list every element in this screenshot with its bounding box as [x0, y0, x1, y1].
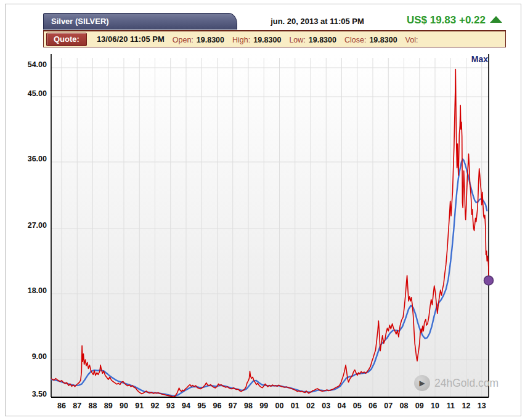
y-tick-54.00: 54.00 — [18, 60, 47, 70]
x-tick-13: 13 — [473, 401, 491, 411]
y-tick-18.00: 18.00 — [18, 286, 47, 296]
quote-high-label: High: — [232, 36, 250, 44]
play-icon: ▶ — [414, 375, 430, 391]
quote-low-label: Low: — [289, 36, 305, 44]
y-tick-36.00: 36.00 — [18, 154, 47, 164]
quote-open-value: 19.8300 — [197, 36, 224, 44]
last-price-marker — [484, 276, 494, 285]
y-tick-45.00: 45.00 — [18, 89, 47, 99]
up-triangle-icon — [490, 16, 502, 23]
y-tick-9.00: 9.00 — [18, 352, 47, 361]
quote-low-value: 19.8300 — [309, 36, 336, 44]
header-datetime: jun. 20, 2013 at 11:05 PM — [246, 14, 388, 29]
y-tick-27.00: 27.00 — [18, 220, 47, 230]
instrument-tab[interactable]: Silver (SILVER) — [43, 13, 237, 30]
quote-timestamp: 13/06/20 11:05 PM — [97, 34, 165, 44]
quote-button[interactable]: Quote: — [46, 33, 87, 46]
current-price: US$ 19.83 +0.22 — [376, 12, 502, 29]
y-tick-3.50: 3.50 — [18, 389, 47, 399]
quote-bar: Quote: 13/06/20 11:05 PM Open:19.8300Hig… — [43, 30, 506, 47]
current-price-text: US$ 19.83 +0.22 — [407, 14, 486, 26]
quote-vol-label: Vol: — [405, 36, 418, 44]
watermark-text: 24hGold.com — [434, 377, 499, 390]
instrument-tab-label: Silver (SILVER) — [51, 17, 109, 26]
price-chart — [0, 0, 525, 420]
quote-close-value: 19.8300 — [369, 36, 397, 44]
quote-fields: Open:19.8300High:19.8300Low:19.8300Close… — [165, 34, 421, 45]
quote-close-label: Close: — [344, 36, 366, 44]
quote-high-value: 19.8300 — [253, 36, 281, 44]
range-max-button[interactable]: Max — [463, 54, 488, 64]
watermark-logo: ▶ 24hGold.com — [414, 374, 499, 392]
quote-open-label: Open: — [173, 36, 193, 44]
plot-background — [51, 54, 489, 397]
